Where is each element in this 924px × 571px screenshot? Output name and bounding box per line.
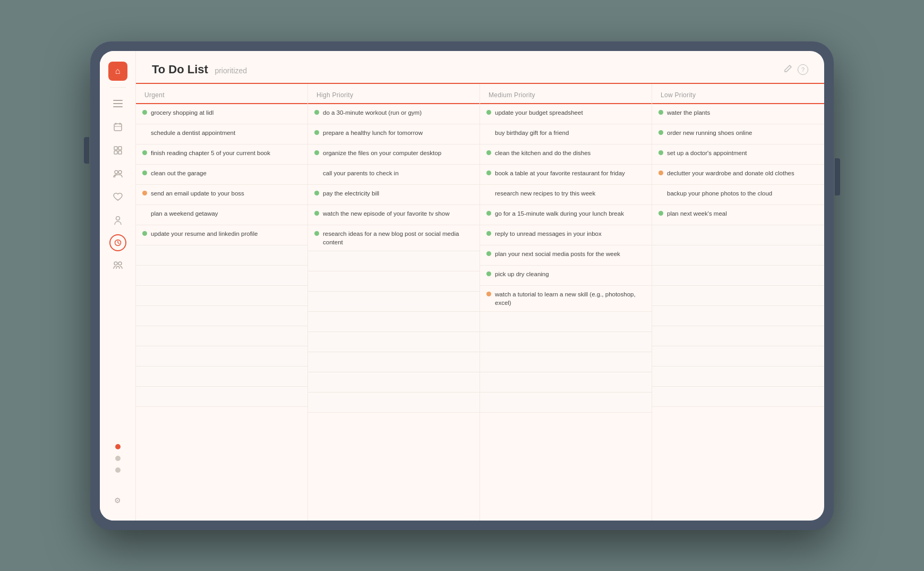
svg-rect-10: [118, 151, 122, 154]
svg-rect-3: [114, 124, 122, 131]
page-subtitle: prioritized: [215, 66, 247, 75]
device-frame: ⌂: [90, 41, 834, 530]
column-header-urgent: Urgent: [136, 84, 307, 104]
task-cell[interactable]: set up a doctor's appointment: [652, 144, 824, 165]
svg-point-12: [118, 171, 122, 174]
task-dot: [486, 150, 491, 155]
task-dot: [142, 110, 147, 115]
task-cell: [136, 286, 307, 306]
sidebar-dot-gray-1: [115, 456, 121, 461]
task-cell: [136, 245, 307, 266]
svg-line-16: [118, 243, 119, 244]
edit-icon[interactable]: [784, 64, 792, 75]
sidebar-item-people[interactable]: [108, 164, 127, 183]
column-high-priority: High Prioritydo a 30-minute workout (run…: [308, 84, 480, 521]
column-medium-priority: Medium Priorityupdate your budget spread…: [480, 84, 652, 521]
sidebar-item-list[interactable]: [108, 94, 127, 113]
task-cell: [652, 346, 824, 367]
task-cell[interactable]: watch the new episode of your favorite t…: [308, 205, 480, 225]
task-cell[interactable]: update your budget spreadsheet: [480, 104, 652, 124]
task-text: call your parents to check in: [323, 169, 473, 177]
task-cell[interactable]: plan a weekend getaway: [136, 205, 307, 225]
svg-rect-8: [118, 147, 122, 150]
task-cell[interactable]: declutter your wardrobe and donate old c…: [652, 165, 824, 185]
task-dot: [486, 211, 491, 216]
task-cell: [308, 292, 480, 312]
task-text: do a 30-minute workout (run or gym): [323, 108, 473, 117]
task-cell[interactable]: organize the files on your computer desk…: [308, 144, 480, 165]
task-cell: [480, 372, 652, 393]
task-dot: [486, 171, 491, 175]
task-cell[interactable]: research ideas for a new blog post or so…: [308, 225, 480, 251]
task-text: update your budget spreadsheet: [495, 108, 645, 117]
task-cell: [480, 393, 652, 413]
help-icon[interactable]: ?: [798, 64, 808, 75]
sidebar-item-calendar[interactable]: [108, 117, 127, 137]
task-cell[interactable]: pay the electricity bill: [308, 185, 480, 205]
task-cell: [652, 225, 824, 245]
svg-rect-0: [113, 100, 123, 101]
task-cell[interactable]: clean the kitchen and do the dishes: [480, 144, 652, 165]
sidebar-dot-red[interactable]: [115, 444, 121, 449]
task-text: backup your phone photos to the cloud: [667, 189, 818, 198]
task-cell[interactable]: book a table at your favorite restaurant…: [480, 165, 652, 185]
task-cell[interactable]: plan next week's meal: [652, 205, 824, 225]
sidebar-item-home[interactable]: ⌂: [108, 62, 127, 81]
sidebar-settings-icon[interactable]: ⚙: [108, 491, 127, 510]
task-cell: [652, 367, 824, 387]
sidebar-item-person[interactable]: [108, 211, 127, 230]
task-cell[interactable]: plan your next social media posts for th…: [480, 245, 652, 266]
task-text: organize the files on your computer desk…: [323, 149, 473, 157]
task-text: prepare a healthy lunch for tomorrow: [323, 129, 473, 137]
svg-rect-1: [113, 103, 123, 104]
task-cell[interactable]: reply to unread messages in your inbox: [480, 225, 652, 245]
task-text: research new recipes to try this week: [495, 189, 645, 198]
task-text: order new running shoes online: [667, 129, 818, 137]
task-cell[interactable]: prepare a healthy lunch for tomorrow: [308, 124, 480, 144]
task-cell: [308, 352, 480, 372]
task-cell[interactable]: water the plants: [652, 104, 824, 124]
task-text: buy birthday gift for a friend: [495, 129, 645, 137]
main-content: To Do List prioritized ? Urgentgrocery s…: [136, 51, 824, 521]
task-text: grocery shopping at lidl: [151, 108, 301, 117]
task-cell[interactable]: clean out the garage: [136, 165, 307, 185]
task-cell[interactable]: schedule a dentist appointment: [136, 124, 307, 144]
task-cell: [308, 393, 480, 413]
task-cell[interactable]: research new recipes to try this week: [480, 185, 652, 205]
svg-point-11: [115, 171, 118, 174]
task-cell[interactable]: finish reading chapter 5 of your current…: [136, 144, 307, 165]
task-cell[interactable]: grocery shopping at lidl: [136, 104, 307, 124]
task-text: book a table at your favorite restaurant…: [495, 169, 645, 177]
task-text: set up a doctor's appointment: [667, 149, 818, 157]
task-text: pay the electricity bill: [323, 189, 473, 198]
task-cell: [652, 306, 824, 326]
task-cell[interactable]: call your parents to check in: [308, 165, 480, 185]
task-cell[interactable]: buy birthday gift for a friend: [480, 124, 652, 144]
svg-rect-2: [113, 106, 123, 107]
task-cell[interactable]: update your resume and linkedin profile: [136, 225, 307, 245]
task-text: plan a weekend getaway: [151, 209, 301, 218]
svg-point-13: [116, 216, 119, 220]
task-cell[interactable]: send an email update to your boss: [136, 185, 307, 205]
task-cell[interactable]: pick up dry cleaning: [480, 266, 652, 286]
task-text: go for a 15-minute walk during your lunc…: [495, 209, 645, 218]
task-cell[interactable]: go for a 15-minute walk during your lunc…: [480, 205, 652, 225]
sidebar-item-heart[interactable]: [108, 188, 127, 207]
task-cell: [480, 312, 652, 332]
task-cell[interactable]: watch a tutorial to learn a new skill (e…: [480, 286, 652, 312]
sidebar-item-grid[interactable]: [108, 141, 127, 160]
task-dot: [314, 191, 319, 195]
task-cell[interactable]: backup your phone photos to the cloud: [652, 185, 824, 205]
sidebar-item-clock[interactable]: [109, 234, 126, 251]
sidebar-item-group[interactable]: [108, 255, 127, 275]
task-cell[interactable]: order new running shoes online: [652, 124, 824, 144]
task-dot: [142, 150, 147, 155]
svg-rect-9: [114, 151, 117, 154]
header: To Do List prioritized ?: [136, 51, 824, 84]
task-cell: [308, 372, 480, 393]
task-text: watch a tutorial to learn a new skill (e…: [495, 290, 645, 307]
task-cell: [480, 332, 652, 352]
task-dot: [314, 150, 319, 155]
task-dot: [314, 231, 319, 236]
task-cell[interactable]: do a 30-minute workout (run or gym): [308, 104, 480, 124]
